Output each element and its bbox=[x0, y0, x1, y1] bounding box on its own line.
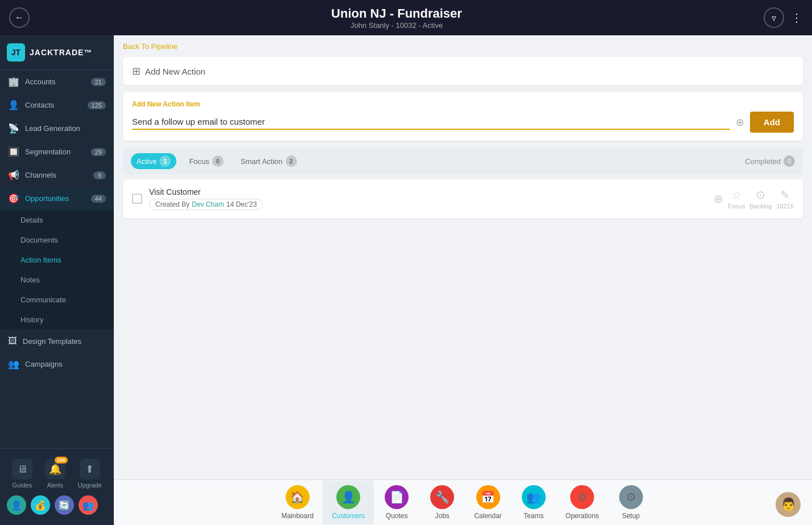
bottom-tab-operations[interactable]: ⚙ Operations bbox=[557, 481, 608, 524]
campaigns-icon: 👥 bbox=[8, 359, 19, 370]
filter-tab-focus[interactable]: Focus 0 bbox=[184, 153, 228, 169]
campaigns-label: Campaigns bbox=[25, 360, 63, 368]
sidebar: JT JACKTRADE™ 🏢 Accounts 21 👤 Contacts 1… bbox=[0, 35, 114, 525]
sidebar-item-accounts[interactable]: 🏢 Accounts 21 bbox=[0, 70, 114, 93]
action-item-title: Visit Customer bbox=[149, 187, 707, 196]
smart-action-tab-count: 2 bbox=[286, 155, 297, 167]
sidebar-item-segmentation[interactable]: 🔲 Segmentation 29 bbox=[0, 140, 114, 163]
subnav-action-items[interactable]: Action Items bbox=[0, 250, 114, 270]
action-item-meta: Created By Dev Cham 14 Dec'23 bbox=[149, 199, 263, 210]
created-label: Created By bbox=[155, 200, 189, 208]
sidebar-item-contacts[interactable]: 👤 Contacts 125 bbox=[0, 93, 114, 117]
back-to-pipeline: Back To Pipeline bbox=[114, 35, 812, 57]
star-button[interactable]: ☆ Focus bbox=[728, 188, 745, 210]
customers-icon: 👤 bbox=[336, 485, 360, 509]
contacts-badge: 125 bbox=[88, 101, 106, 109]
bottom-tab-quotes[interactable]: 📄 Quotes bbox=[374, 481, 419, 524]
setup-label: Setup bbox=[622, 512, 640, 520]
bottom-tab-calendar[interactable]: 📅 Calendar bbox=[465, 481, 511, 524]
back-to-pipeline-link[interactable]: Back To Pipeline bbox=[123, 42, 178, 51]
completed-label: Completed bbox=[745, 157, 781, 166]
accounts-label: Accounts bbox=[25, 77, 55, 86]
action-item-input[interactable] bbox=[132, 114, 730, 130]
design-templates-label: Design Templates bbox=[23, 337, 81, 346]
guides-button[interactable]: 🖥 Guides bbox=[12, 459, 32, 489]
bottom-tab-setup[interactable]: ⚙ Setup bbox=[608, 481, 654, 524]
bottom-tab-customers[interactable]: 👤 Customers bbox=[323, 481, 374, 524]
contacts-icon: 👤 bbox=[8, 100, 19, 110]
settings-action-button[interactable]: ⊙ Backlog bbox=[749, 188, 772, 210]
lead-gen-label: Lead Generation bbox=[25, 124, 80, 133]
add-button[interactable]: Add bbox=[750, 112, 794, 133]
calendar-icon: 📅 bbox=[476, 485, 500, 509]
add-action-icon: ⊞ bbox=[132, 65, 141, 77]
contacts-label: Contacts bbox=[25, 101, 54, 109]
subnav-communicate[interactable]: Communicate bbox=[0, 290, 114, 310]
footer-icon-2[interactable]: 💰 bbox=[31, 495, 50, 515]
footer-icon-3[interactable]: 🔄 bbox=[55, 495, 74, 515]
channels-icon: 📢 bbox=[8, 170, 19, 181]
edit-icon: ✎ bbox=[780, 188, 790, 202]
footer-icon-1[interactable]: 👤 bbox=[7, 495, 26, 515]
logo-text: JACKTRADE™ bbox=[30, 48, 92, 57]
more-options-button[interactable]: ⋮ bbox=[791, 11, 803, 24]
add-new-action-card: ⊞ Add New Action bbox=[123, 57, 803, 85]
focus-tab-count: 0 bbox=[212, 155, 224, 167]
subnav-documents[interactable]: Documents bbox=[0, 230, 114, 250]
bottom-tab-teams[interactable]: 👥 Teams bbox=[511, 481, 557, 524]
logo-icon: JT bbox=[7, 43, 25, 61]
bottom-tab-jobs[interactable]: 🔧 Jobs bbox=[419, 481, 465, 524]
action-item-date: 14 Dec'23 bbox=[226, 200, 257, 208]
filter-tab-smart-action[interactable]: Smart Action 2 bbox=[236, 153, 302, 169]
quotes-label: Quotes bbox=[386, 512, 408, 520]
channels-label: Channels bbox=[25, 171, 56, 179]
calendar-label: Calendar bbox=[474, 512, 502, 520]
active-tab-count: 1 bbox=[159, 155, 171, 167]
opportunities-badge: 44 bbox=[91, 195, 106, 203]
filter-tab-active[interactable]: Active 1 bbox=[131, 153, 176, 169]
sidebar-item-opportunities[interactable]: 🎯 Opportunities 44 bbox=[0, 187, 114, 210]
back-button[interactable]: ← bbox=[9, 7, 30, 28]
subnav-notes[interactable]: Notes bbox=[0, 270, 114, 290]
bottom-tab-mainboard[interactable]: 🏠 Mainboard bbox=[272, 481, 323, 524]
upgrade-button[interactable]: ⬆ Upgrade bbox=[78, 459, 102, 489]
user-avatar[interactable]: 👨 bbox=[776, 492, 801, 517]
footer-icon-4[interactable]: 👥 bbox=[79, 495, 98, 515]
action-item-actions: ⊕ ☆ Focus ⊙ Backlog ✎ 10216 bbox=[714, 188, 794, 210]
subnav-history[interactable]: History bbox=[0, 310, 114, 330]
edit-button[interactable]: ✎ 10216 bbox=[776, 188, 794, 210]
quotes-icon: 📄 bbox=[385, 485, 409, 509]
sidebar-item-lead-generation[interactable]: 📡 Lead Generation bbox=[0, 117, 114, 140]
focus-tab-label: Focus bbox=[189, 157, 209, 166]
input-add-icon: ⊕ bbox=[736, 116, 744, 129]
add-to-action-button[interactable]: ⊕ bbox=[714, 192, 723, 206]
filter-button[interactable]: ▿ bbox=[764, 7, 784, 28]
sidebar-item-channels[interactable]: 📢 Channels 9 bbox=[0, 163, 114, 187]
action-item-checkbox[interactable] bbox=[132, 194, 142, 204]
jobs-label: Jobs bbox=[435, 512, 449, 520]
operations-icon: ⚙ bbox=[570, 485, 594, 509]
setup-icon: ⚙ bbox=[619, 485, 643, 509]
teams-icon: 👥 bbox=[522, 485, 546, 509]
bottom-tab-bar: 🏠 Mainboard 👤 Customers 📄 Quotes 🔧 Jobs … bbox=[114, 479, 812, 525]
guides-label: Guides bbox=[13, 482, 32, 489]
jobs-icon: 🔧 bbox=[430, 485, 454, 509]
action-item-author[interactable]: Dev Cham bbox=[192, 200, 224, 208]
segmentation-label: Segmentation bbox=[25, 147, 71, 156]
accounts-badge: 21 bbox=[91, 78, 106, 86]
subnav-details[interactable]: Details bbox=[0, 210, 114, 230]
settings-icon: ⊙ bbox=[756, 188, 765, 202]
item-id-label: 10216 bbox=[776, 203, 794, 210]
sidebar-logo: JT JACKTRADE™ bbox=[0, 35, 114, 70]
active-tab-label: Active bbox=[137, 157, 156, 166]
alerts-button[interactable]: 🔔 269 Alerts bbox=[45, 459, 65, 489]
action-form-card: Add New Action Item ⊕ Add bbox=[123, 92, 803, 141]
page-subtitle: John Stanly - 10032 - Active bbox=[331, 21, 462, 30]
channels-badge: 9 bbox=[93, 171, 106, 179]
add-action-label[interactable]: Add New Action bbox=[145, 67, 205, 76]
top-header: ← Union NJ - Fundraiser John Stanly - 10… bbox=[0, 0, 812, 35]
completed-count: 0 bbox=[784, 155, 795, 167]
sidebar-item-design-templates[interactable]: 🖼 Design Templates bbox=[0, 330, 114, 352]
opportunities-icon: 🎯 bbox=[8, 193, 19, 204]
sidebar-item-campaigns[interactable]: 👥 Campaigns bbox=[0, 352, 114, 376]
